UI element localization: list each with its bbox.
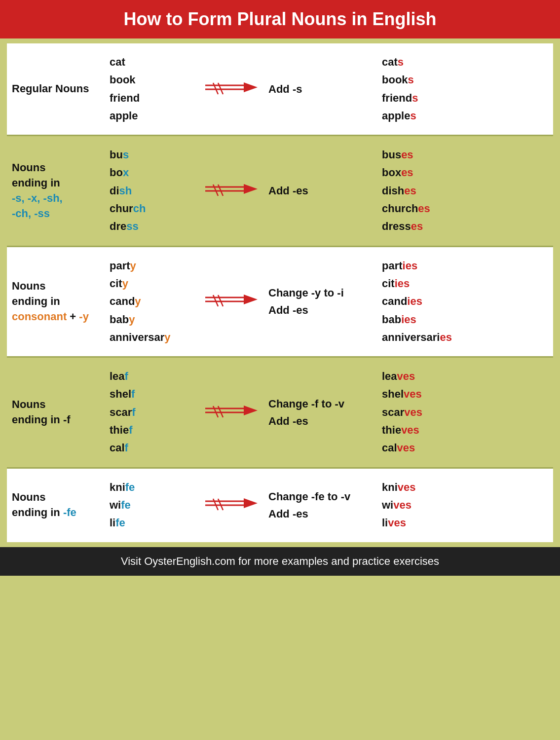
arrow-icon	[199, 182, 263, 200]
table-row: Nounsending in -f leafshelfscarfthiefcal…	[7, 358, 553, 468]
svg-marker-12	[244, 295, 258, 304]
rule-label: Nounsending in -fe	[7, 490, 106, 520]
instruction-text: Change -y to -iAdd -es	[263, 284, 372, 319]
footer: Visit OysterEnglish.com for more example…	[0, 547, 560, 576]
plurals-column: kniveswiveslives	[372, 479, 553, 532]
arrow-icon	[199, 293, 263, 310]
header: How to Form Plural Nouns in English	[0, 0, 560, 38]
table-row: Regular Nouns catbookfriendapple Add -s …	[7, 43, 553, 136]
svg-marker-22	[244, 498, 258, 508]
plurals-column: leavesshelvesscarvesthievescalves	[372, 368, 553, 457]
svg-marker-17	[244, 406, 258, 415]
svg-marker-2	[244, 82, 258, 92]
plurals-column: catsbooksfriendsapples	[372, 53, 553, 125]
page-title: How to Form Plural Nouns in English	[0, 0, 560, 38]
instruction-text: Change -fe to -vAdd -es	[263, 488, 372, 522]
arrow-icon	[199, 80, 263, 98]
rule-label: Nounsending in -f	[7, 397, 106, 428]
table-row: Nounsending in -fe knifewifelife Change …	[7, 469, 553, 542]
rule-label: Nounsending in-s, -x, -sh,-ch, -ss	[7, 160, 106, 221]
plurals-column: busesboxesdisheschurchesdresses	[372, 146, 553, 235]
rule-label: Nounsending inconsonant + -y	[7, 279, 106, 324]
examples-column: catbookfriendapple	[106, 53, 199, 125]
rule-label: Regular Nouns	[7, 81, 106, 97]
instruction-text: Add -s	[263, 80, 372, 98]
examples-column: busboxdishchurchdress	[106, 146, 199, 235]
table-row: Nounsending in-s, -x, -sh,-ch, -ss busbo…	[7, 136, 553, 247]
table-row: Nounsending inconsonant + -y partycityca…	[7, 247, 553, 358]
main-table: Regular Nouns catbookfriendapple Add -s …	[0, 38, 560, 547]
examples-column: partycitycandybabyanniversary	[106, 257, 199, 346]
instruction-text: Change -f to -vAdd -es	[263, 395, 372, 430]
arrow-icon	[199, 404, 263, 421]
plurals-column: partiescitiescandiesbabiesanniversaries	[372, 257, 553, 346]
examples-column: knifewifelife	[106, 479, 199, 532]
instruction-text: Add -es	[263, 182, 372, 199]
arrow-icon	[199, 496, 263, 514]
examples-column: leafshelfscarfthiefcalf	[106, 368, 199, 457]
svg-marker-7	[244, 184, 258, 194]
